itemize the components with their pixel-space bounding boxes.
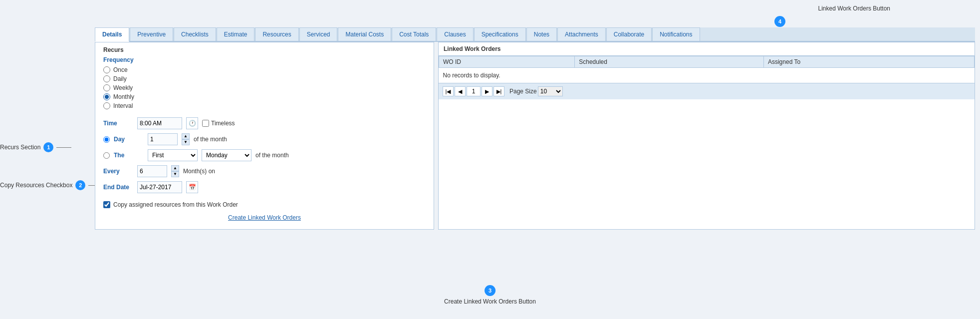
every-row: Every ▲ ▼ Month(s) on xyxy=(103,165,426,177)
months-on-label: Month(s) on xyxy=(183,168,215,175)
prev-page-button[interactable]: ◀ xyxy=(455,86,466,96)
linked-wo-title: Linked Work Orders xyxy=(439,42,975,56)
copy-resources-checkbox[interactable] xyxy=(103,201,110,208)
radio-interval-input[interactable] xyxy=(103,102,110,109)
recurs-annotation-row: Recurs Section 1 xyxy=(0,142,103,152)
page-number-input[interactable] xyxy=(467,86,481,96)
radio-interval: Interval xyxy=(103,102,426,109)
copy-resources-text: Copy assigned resources from this Work O… xyxy=(113,201,238,208)
tab-preventive[interactable]: Preventive xyxy=(130,27,173,41)
page-wrapper: Linked Work Orders Button 4 Recurs Secti… xyxy=(0,0,980,319)
time-input[interactable] xyxy=(137,117,182,129)
recurs-panel-title: Recurs xyxy=(103,46,426,53)
left-annotations: Recurs Section 1 Copy Resources Checkbox… xyxy=(0,142,103,190)
col-wo-id: WO ID xyxy=(439,56,575,68)
every-spinner-up[interactable]: ▲ xyxy=(171,165,179,171)
of-the-month-1: of the month xyxy=(194,136,227,143)
tab-checklists[interactable]: Checklists xyxy=(174,27,216,41)
the-label: The xyxy=(114,152,144,159)
every-input[interactable] xyxy=(137,165,167,177)
badge-2: 2 xyxy=(75,180,85,190)
copy-resources-annotation-row: Copy Resources Checkbox 2 xyxy=(0,180,103,190)
radio-weekly-input[interactable] xyxy=(103,84,110,91)
every-spinner-down[interactable]: ▼ xyxy=(171,171,179,177)
day-label: Day xyxy=(114,136,144,143)
tab-specifications[interactable]: Specifications xyxy=(474,27,526,41)
radio-once-input[interactable] xyxy=(103,66,110,73)
tab-notifications[interactable]: Notifications xyxy=(652,27,700,41)
radio-once: Once xyxy=(103,66,426,73)
radio-monthly-input[interactable] xyxy=(103,93,110,100)
badge-1: 1 xyxy=(43,142,53,152)
col-assigned-to: Assigned To xyxy=(763,56,974,68)
of-the-month-2: of the month xyxy=(255,152,289,159)
day-spinner-down[interactable]: ▼ xyxy=(182,139,190,145)
page-size-select[interactable]: 10 25 50 100 xyxy=(538,86,563,96)
first-select[interactable]: First Second Third Fourth Last xyxy=(148,149,198,161)
recurs-panel: Recurs Frequency Once Daily Weekly xyxy=(95,42,434,230)
timeless-checkbox[interactable] xyxy=(202,120,209,127)
calendar-icon-button[interactable]: 📅 xyxy=(186,181,198,193)
clock-icon-button[interactable]: 🕐 xyxy=(186,117,198,129)
create-linked-annotation: Create Linked Work Orders Button xyxy=(444,298,536,305)
tab-collaborate[interactable]: Collaborate xyxy=(606,27,652,41)
linked-wo-table: WO ID Scheduled Assigned To No records t… xyxy=(439,56,975,83)
no-records-cell: No records to display. xyxy=(439,68,975,83)
create-link-row: Create Linked Work Orders xyxy=(103,214,426,221)
linked-wo-panel: Linked Work Orders WO ID Scheduled Assig… xyxy=(438,42,975,230)
radio-daily-input[interactable] xyxy=(103,75,110,82)
form-section: Time 🕐 Timeless Day xyxy=(103,117,426,193)
radio-day[interactable] xyxy=(103,136,110,143)
tab-material-costs[interactable]: Material Costs xyxy=(338,27,391,41)
create-linked-wo-button[interactable]: Create Linked Work Orders xyxy=(228,214,301,221)
end-date-row: End Date 📅 xyxy=(103,181,426,193)
tab-estimate[interactable]: Estimate xyxy=(217,27,255,41)
frequency-label: Frequency xyxy=(103,56,426,63)
badge-4: 4 xyxy=(774,16,785,27)
tab-serviced[interactable]: Serviced xyxy=(299,27,338,41)
main-content: Details Preventive Checklists Estimate R… xyxy=(95,27,975,230)
bottom-annotations: 3 Create Linked Work Orders Button xyxy=(444,285,536,305)
next-page-button[interactable]: ▶ xyxy=(482,86,492,96)
timeless-check: Timeless xyxy=(202,120,235,127)
tab-clauses[interactable]: Clauses xyxy=(437,27,473,41)
day-of-week-select[interactable]: Sunday Monday Tuesday Wednesday Thursday… xyxy=(202,149,251,161)
first-page-button[interactable]: |◀ xyxy=(443,86,454,96)
tab-bar: Details Preventive Checklists Estimate R… xyxy=(95,27,975,42)
tab-notes[interactable]: Notes xyxy=(526,27,557,41)
radio-weekly: Weekly xyxy=(103,84,426,91)
radio-monthly: Monthly xyxy=(103,93,426,100)
linked-wo-button-annotation: Linked Work Orders Button xyxy=(818,5,890,12)
day-input[interactable] xyxy=(148,133,178,145)
copy-resources-label: Copy Resources Checkbox xyxy=(0,182,72,189)
radio-the[interactable] xyxy=(103,152,110,159)
panels-row: Recurs Frequency Once Daily Weekly xyxy=(95,42,975,230)
tab-attachments[interactable]: Attachments xyxy=(557,27,606,41)
last-page-button[interactable]: ▶| xyxy=(493,86,504,96)
tab-cost-totals[interactable]: Cost Totals xyxy=(392,27,436,41)
the-row: The First Second Third Fourth Last Sunda… xyxy=(103,149,426,161)
tab-details[interactable]: Details xyxy=(95,27,129,42)
end-date-input[interactable] xyxy=(137,181,182,193)
end-date-label: End Date xyxy=(103,184,133,191)
tab-resources[interactable]: Resources xyxy=(255,27,298,41)
every-spinner: ▲ ▼ xyxy=(171,165,179,177)
copy-resources-row: Copy assigned resources from this Work O… xyxy=(103,201,426,208)
col-scheduled: Scheduled xyxy=(575,56,764,68)
table-header-row: WO ID Scheduled Assigned To xyxy=(439,56,975,68)
time-label: Time xyxy=(103,120,133,127)
every-label: Every xyxy=(103,168,133,175)
day-row: Day ▲ ▼ of the month xyxy=(103,133,426,145)
connector-line-1 xyxy=(56,147,71,148)
day-spinner: ▲ ▼ xyxy=(182,133,190,145)
pagination-bar: |◀ ◀ ▶ ▶| Page Size 10 25 50 100 xyxy=(439,83,975,99)
radio-daily: Daily xyxy=(103,75,426,82)
badge-3: 3 xyxy=(485,285,495,296)
recurs-section-label: Recurs Section xyxy=(0,144,40,151)
day-spinner-up[interactable]: ▲ xyxy=(182,133,190,139)
page-size-label: Page Size xyxy=(509,88,537,95)
time-row: Time 🕐 Timeless xyxy=(103,117,426,129)
no-records-row: No records to display. xyxy=(439,68,975,83)
frequency-radio-group: Once Daily Weekly Monthly xyxy=(103,66,426,109)
